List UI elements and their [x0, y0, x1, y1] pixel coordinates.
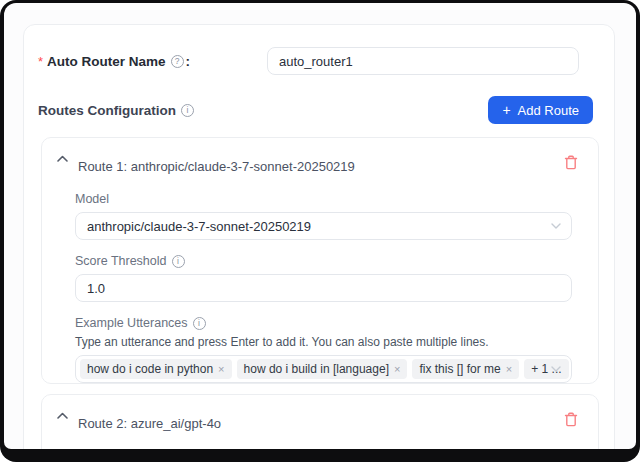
score-threshold-label: Score Threshold i — [75, 254, 572, 268]
remove-tag-icon[interactable]: × — [394, 363, 400, 375]
model-label: Model — [75, 192, 572, 206]
route-2-header[interactable]: Route 2: azure_ai/gpt-4o — [42, 395, 598, 431]
remove-tag-icon[interactable]: × — [218, 363, 224, 375]
trash-icon — [564, 155, 578, 170]
auto-router-name-input[interactable] — [267, 47, 579, 75]
add-route-button-label: Add Route — [518, 103, 579, 118]
utterance-tag: fix this [] for me × — [412, 359, 519, 379]
score-threshold-input[interactable] — [75, 274, 572, 302]
collapse-caret-icon[interactable] — [57, 155, 68, 162]
remove-tag-icon[interactable]: × — [506, 363, 512, 375]
utterance-tag: how do i build in [language] × — [237, 359, 408, 379]
collapse-caret-icon[interactable] — [57, 412, 68, 419]
delete-route-1-button[interactable] — [564, 155, 578, 170]
auto-router-form-card: * Auto Router Name ? : Routes Configurat… — [23, 24, 615, 449]
info-circle-icon[interactable]: i — [193, 317, 206, 330]
auto-router-name-row: * Auto Router Name ? : — [38, 47, 579, 75]
example-utterances-label: Example Utterances i — [75, 316, 572, 330]
model-select[interactable]: anthropic/claude-3-7-sonnet-20250219 — [75, 212, 572, 240]
route-2-card: Route 2: azure_ai/gpt-4o — [41, 394, 599, 449]
window-frame: * Auto Router Name ? : Routes Configurat… — [0, 0, 640, 462]
overflow-count-tag[interactable]: + 1 ... — [524, 359, 568, 379]
route-1-header[interactable]: Route 1: anthropic/claude-3-7-sonnet-202… — [42, 138, 598, 174]
utterances-tags-input[interactable]: how do i code in python × how do i build… — [75, 355, 572, 383]
route-1-title: Route 1: anthropic/claude-3-7-sonnet-202… — [78, 159, 355, 174]
auto-router-name-label: * Auto Router Name ? : — [38, 54, 190, 69]
utterances-help-text: Type an utterance and press Enter to add… — [75, 335, 572, 349]
model-select-value: anthropic/claude-3-7-sonnet-20250219 — [87, 219, 311, 234]
chevron-down-icon — [551, 223, 561, 229]
add-route-button[interactable]: + Add Route — [488, 96, 593, 124]
trash-icon — [564, 412, 578, 427]
app-screen: * Auto Router Name ? : Routes Configurat… — [4, 3, 636, 449]
question-circle-icon[interactable]: ? — [171, 55, 184, 68]
delete-route-2-button[interactable] — [564, 412, 578, 427]
route-1-body: Model anthropic/claude-3-7-sonnet-202502… — [42, 192, 598, 383]
routes-configuration-label: Routes Configuration i — [38, 103, 194, 118]
routes-configuration-row: Routes Configuration i + Add Route — [38, 96, 593, 124]
route-2-title: Route 2: azure_ai/gpt-4o — [78, 416, 221, 431]
auto-router-name-label-text: Auto Router Name — [47, 54, 166, 69]
chevron-down-icon — [551, 366, 561, 372]
required-asterisk: * — [38, 54, 43, 69]
route-1-card: Route 1: anthropic/claude-3-7-sonnet-202… — [41, 137, 599, 384]
info-circle-icon[interactable]: i — [181, 104, 194, 117]
label-colon: : — [186, 54, 191, 69]
utterance-tag: how do i code in python × — [80, 359, 232, 379]
info-circle-icon[interactable]: i — [172, 255, 185, 268]
plus-icon: + — [502, 103, 510, 117]
routes-configuration-label-text: Routes Configuration — [38, 103, 176, 118]
